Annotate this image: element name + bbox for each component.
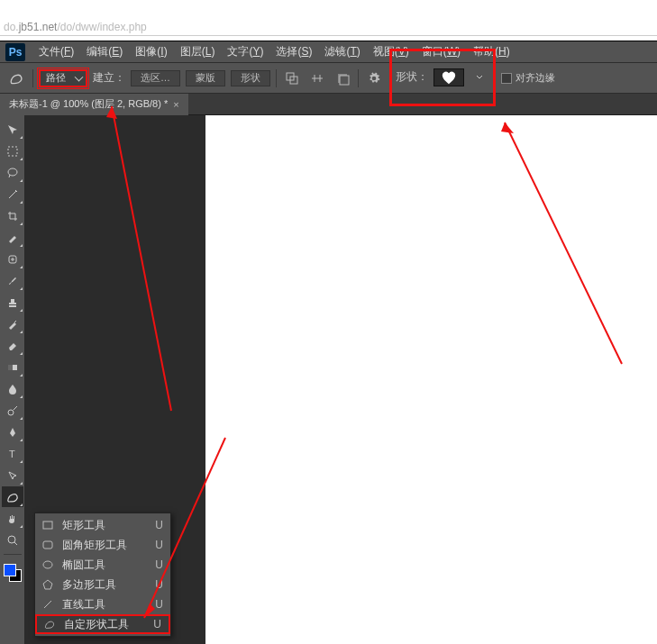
- flyout-polygon-tool[interactable]: 多边形工具U: [35, 575, 170, 594]
- tool-hand[interactable]: [2, 508, 23, 529]
- rrect-icon: [41, 538, 55, 552]
- tool-pen[interactable]: [2, 422, 23, 442]
- tool-type[interactable]: T: [2, 443, 23, 464]
- menu-file[interactable]: 文件(F): [32, 44, 80, 59]
- tool-eyedropper[interactable]: [2, 227, 23, 248]
- separator: [276, 69, 277, 87]
- shape-tool-flyout: 矩形工具U 圆角矩形工具U 椭圆工具U 多边形工具U 直线工具U 自定形状工具U: [34, 512, 171, 637]
- svg-rect-14: [43, 541, 52, 549]
- photoshop-window: Ps 文件(F) 编辑(E) 图像(I) 图层(L) 文字(Y) 选择(S) 滤…: [0, 41, 657, 644]
- tab-close-icon[interactable]: ×: [173, 99, 178, 110]
- ps-logo: Ps: [5, 43, 25, 61]
- svg-point-15: [43, 561, 52, 568]
- svg-rect-13: [43, 522, 52, 529]
- tool-custom-shape[interactable]: [2, 486, 23, 507]
- separator: [4, 554, 22, 555]
- tool-history-brush[interactable]: [2, 313, 23, 334]
- make-mask-button[interactable]: 蒙版: [186, 70, 225, 86]
- tool-crop[interactable]: [2, 205, 23, 226]
- svg-rect-4: [8, 147, 17, 156]
- menubar: Ps 文件(F) 编辑(E) 图像(I) 图层(L) 文字(Y) 选择(S) 滤…: [0, 41, 657, 63]
- tool-marquee[interactable]: [2, 141, 23, 161]
- tool-mode-dropdown[interactable]: 路径: [39, 69, 87, 87]
- shape-dropdown-arrow-icon[interactable]: [470, 68, 489, 87]
- align-edges-checkbox[interactable]: 对齐边缘: [501, 71, 555, 85]
- svg-rect-9: [8, 365, 13, 370]
- flyout-rounded-rectangle-tool[interactable]: 圆角矩形工具U: [35, 535, 170, 555]
- path-arrange-icon[interactable]: [333, 68, 352, 88]
- flyout-rectangle-tool[interactable]: 矩形工具U: [35, 515, 170, 535]
- tool-dodge[interactable]: [2, 400, 23, 421]
- checkbox-icon: [501, 73, 512, 84]
- rect-icon: [41, 518, 55, 532]
- tab-title: 未标题-1 @ 100% (图层 2, RGB/8) *: [9, 97, 168, 111]
- shape-preview-heart[interactable]: [433, 68, 464, 86]
- url-text: do.jb51.net/do/dww/index.php: [4, 21, 147, 35]
- tool-stamp[interactable]: [2, 292, 23, 313]
- tool-healing[interactable]: [2, 249, 23, 269]
- make-selection-button[interactable]: 选区…: [131, 70, 180, 86]
- document-tabbar: 未标题-1 @ 100% (图层 2, RGB/8) * ×: [0, 94, 657, 115]
- options-bar: 路径 建立： 选区… 蒙版 形状 形状： 对齐边缘: [0, 63, 657, 94]
- svg-point-5: [8, 168, 17, 176]
- separator: [32, 69, 33, 87]
- menu-select[interactable]: 选择(S): [269, 44, 318, 59]
- tool-lasso[interactable]: [2, 162, 23, 183]
- tool-eraser[interactable]: [2, 335, 23, 356]
- color-swatches[interactable]: [4, 564, 22, 582]
- ellipse-icon: [41, 558, 55, 572]
- menu-filter[interactable]: 滤镜(T): [318, 44, 366, 59]
- browser-address-bar: do.jb51.net/do/dww/index.php: [0, 0, 657, 36]
- flyout-custom-shape-tool[interactable]: 自定形状工具U: [35, 614, 170, 634]
- svg-point-12: [8, 536, 15, 543]
- blob-icon: [42, 617, 57, 631]
- svg-rect-3: [340, 76, 349, 85]
- tool-brush[interactable]: [2, 270, 23, 291]
- path-ops-icon[interactable]: [282, 68, 302, 88]
- make-shape-button[interactable]: 形状: [231, 70, 270, 86]
- polygon-icon: [41, 577, 55, 592]
- current-tool-icon[interactable]: [5, 68, 27, 89]
- flyout-line-tool[interactable]: 直线工具U: [35, 594, 170, 614]
- shape-label: 形状：: [396, 69, 428, 85]
- build-label: 建立：: [93, 70, 125, 86]
- separator: [358, 69, 359, 87]
- menu-image[interactable]: 图像(I): [129, 44, 173, 59]
- document-tab[interactable]: 未标题-1 @ 100% (图层 2, RGB/8) * ×: [0, 94, 188, 115]
- menu-type[interactable]: 文字(Y): [221, 44, 269, 59]
- svg-rect-7: [9, 305, 16, 307]
- gear-icon[interactable]: [364, 68, 384, 88]
- svg-text:T: T: [9, 449, 15, 459]
- path-align-icon[interactable]: [307, 68, 327, 88]
- menu-edit[interactable]: 编辑(E): [80, 44, 129, 59]
- flyout-ellipse-tool[interactable]: 椭圆工具U: [35, 555, 170, 575]
- tool-move[interactable]: [2, 119, 23, 140]
- tool-path-select[interactable]: [2, 465, 23, 485]
- canvas[interactable]: [205, 115, 657, 644]
- toolbox: T: [0, 115, 25, 644]
- tool-zoom[interactable]: [2, 530, 23, 550]
- line-icon: [41, 597, 55, 612]
- menu-layer[interactable]: 图层(L): [174, 44, 222, 59]
- shape-picker-highlight: 形状：: [389, 49, 496, 106]
- tool-blur[interactable]: [2, 378, 23, 399]
- svg-point-10: [8, 410, 14, 415]
- tool-wand[interactable]: [2, 184, 23, 204]
- tool-gradient[interactable]: [2, 357, 23, 377]
